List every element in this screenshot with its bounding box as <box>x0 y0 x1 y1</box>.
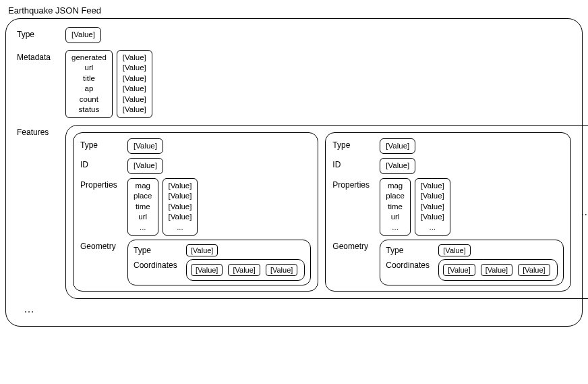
property-key: mag <box>134 181 152 192</box>
metadata-row: Metadata generated url title ap count st… <box>17 50 571 118</box>
features-row: Features Type [Value] ID [Value] Propert… <box>17 125 571 300</box>
feature-type-value: [Value] <box>380 138 415 155</box>
feature-id-value: [Value] <box>127 158 163 174</box>
property-value: [Value] <box>169 191 192 202</box>
feature-type-label: Type <box>80 138 127 150</box>
coordinate-value: [Value] <box>443 264 475 276</box>
feature-type-value: [Value] <box>127 138 163 155</box>
type-row: Type [Value] <box>17 27 571 43</box>
metadata-values: [Value] [Value] [Value] [Value] [Value] … <box>117 50 152 118</box>
property-value: ... <box>169 223 192 234</box>
metadata-label: Metadata <box>17 50 65 62</box>
metadata-key: ap <box>71 84 107 94</box>
feature-id-value: [Value] <box>380 158 415 174</box>
diagram-title: Earthquake JSON Feed <box>8 5 583 16</box>
feature-item: Type [Value] ID [Value] Properties mag p… <box>73 132 318 292</box>
coordinates-array: [Value] [Value] [Value] <box>438 259 557 281</box>
feature-id-label: ID <box>80 158 127 169</box>
coordinate-value: [Value] <box>518 264 550 276</box>
property-keys: mag place time url ... <box>127 178 158 236</box>
property-key: time <box>134 202 152 213</box>
metadata-value: [Value] <box>123 63 146 74</box>
feature-item: Type [Value] ID [Value] Properties mag p… <box>325 132 570 292</box>
feature-geometry-label: Geometry <box>80 240 127 251</box>
coordinate-value: [Value] <box>266 264 297 276</box>
coordinates-array: [Value] [Value] [Value] <box>186 259 305 281</box>
property-key: ... <box>386 223 405 234</box>
property-value: [Value] <box>169 181 192 192</box>
metadata-keys: generated url title ap count status <box>65 50 113 118</box>
geometry-container: Type [Value] Coordinates [Value] [Value]… <box>127 240 311 285</box>
geometry-container: Type [Value] Coordinates [Value] [Value]… <box>380 240 563 285</box>
property-key: time <box>386 202 405 213</box>
metadata-key: status <box>71 105 107 115</box>
metadata-value: [Value] <box>123 53 146 63</box>
property-key: place <box>386 191 405 202</box>
property-value: [Value] <box>421 202 444 213</box>
type-value: [Value] <box>65 27 101 43</box>
property-value: [Value] <box>421 212 444 223</box>
metadata-key: url <box>71 63 107 74</box>
coordinate-value: [Value] <box>481 264 512 276</box>
metadata-key: title <box>71 74 107 84</box>
feed-container: Type [Value] Metadata generated url titl… <box>5 18 583 327</box>
features-label: Features <box>17 125 65 137</box>
property-value: ... <box>421 223 444 234</box>
features-ellipsis-icon: … <box>578 206 588 218</box>
metadata-value: [Value] <box>123 84 146 94</box>
metadata-value: [Value] <box>123 74 146 84</box>
property-key: url <box>134 212 152 223</box>
feature-type-label: Type <box>332 138 380 150</box>
property-value: [Value] <box>421 191 444 202</box>
type-label: Type <box>17 27 65 39</box>
coordinates-label: Coordinates <box>134 259 186 270</box>
property-value: [Value] <box>169 202 192 213</box>
metadata-value: [Value] <box>123 94 146 105</box>
feature-properties-label: Properties <box>80 178 127 190</box>
feature-id-label: ID <box>332 158 380 169</box>
property-values: [Value] [Value] [Value] [Value] ... <box>163 178 198 236</box>
property-value: [Value] <box>169 212 192 223</box>
property-key: ... <box>134 223 152 234</box>
metadata-key: generated <box>71 53 107 63</box>
property-keys: mag place time url ... <box>380 178 411 236</box>
property-values: [Value] [Value] [Value] [Value] ... <box>415 178 450 236</box>
property-key: url <box>386 212 405 223</box>
metadata-value: [Value] <box>123 105 146 115</box>
geometry-type-value: [Value] <box>186 244 218 256</box>
property-value: [Value] <box>421 181 444 192</box>
metadata-key: count <box>71 94 107 105</box>
feature-geometry-label: Geometry <box>332 240 380 251</box>
coordinate-value: [Value] <box>191 264 223 276</box>
geometry-type-value: [Value] <box>438 244 470 256</box>
feed-ellipsis-icon: … <box>24 303 571 315</box>
property-key: place <box>134 191 152 202</box>
property-key: mag <box>386 181 405 192</box>
feature-properties-label: Properties <box>332 178 380 190</box>
geometry-type-label: Type <box>386 244 438 255</box>
coordinates-label: Coordinates <box>386 259 438 270</box>
coordinate-value: [Value] <box>228 264 260 276</box>
geometry-type-label: Type <box>134 244 186 255</box>
features-array: Type [Value] ID [Value] Properties mag p… <box>65 125 588 300</box>
